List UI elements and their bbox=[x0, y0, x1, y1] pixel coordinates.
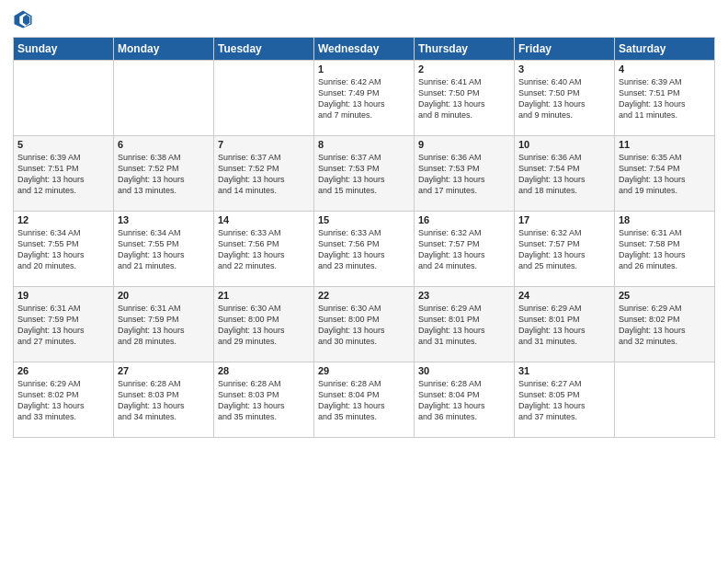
day-header-thursday: Thursday bbox=[415, 38, 515, 61]
cell-info: Sunrise: 6:31 AM Sunset: 7:59 PM Dayligh… bbox=[118, 303, 210, 348]
calendar-cell bbox=[14, 61, 114, 136]
cell-info: Sunrise: 6:32 AM Sunset: 7:57 PM Dayligh… bbox=[518, 227, 610, 272]
calendar-cell: 23Sunrise: 6:29 AM Sunset: 8:01 PM Dayli… bbox=[415, 287, 515, 362]
cell-date: 24 bbox=[518, 290, 610, 301]
calendar-cell: 10Sunrise: 6:36 AM Sunset: 7:54 PM Dayli… bbox=[515, 136, 615, 212]
cell-info: Sunrise: 6:32 AM Sunset: 7:57 PM Dayligh… bbox=[418, 227, 510, 272]
cell-date: 16 bbox=[418, 214, 510, 225]
calendar-cell: 25Sunrise: 6:29 AM Sunset: 8:02 PM Dayli… bbox=[615, 287, 715, 362]
calendar-cell: 16Sunrise: 6:32 AM Sunset: 7:57 PM Dayli… bbox=[415, 212, 515, 287]
week-row-1: 1Sunrise: 6:42 AM Sunset: 7:49 PM Daylig… bbox=[14, 61, 715, 136]
cell-info: Sunrise: 6:29 AM Sunset: 8:02 PM Dayligh… bbox=[619, 303, 711, 348]
cell-info: Sunrise: 6:33 AM Sunset: 7:56 PM Dayligh… bbox=[318, 227, 410, 272]
cell-info: Sunrise: 6:28 AM Sunset: 8:03 PM Dayligh… bbox=[218, 378, 310, 423]
calendar-cell bbox=[214, 61, 314, 136]
calendar-cell: 22Sunrise: 6:30 AM Sunset: 8:00 PM Dayli… bbox=[314, 287, 415, 362]
cell-info: Sunrise: 6:42 AM Sunset: 7:49 PM Dayligh… bbox=[318, 76, 410, 121]
week-row-4: 19Sunrise: 6:31 AM Sunset: 7:59 PM Dayli… bbox=[14, 287, 715, 362]
calendar-cell: 31Sunrise: 6:27 AM Sunset: 8:05 PM Dayli… bbox=[515, 362, 615, 438]
logo-icon bbox=[13, 9, 33, 29]
calendar-cell bbox=[615, 362, 715, 438]
cell-date: 14 bbox=[218, 214, 310, 225]
day-header-friday: Friday bbox=[515, 38, 615, 61]
logo bbox=[13, 9, 35, 29]
calendar-cell: 9Sunrise: 6:36 AM Sunset: 7:53 PM Daylig… bbox=[415, 136, 515, 212]
cell-date: 8 bbox=[318, 139, 410, 150]
calendar-cell: 6Sunrise: 6:38 AM Sunset: 7:52 PM Daylig… bbox=[114, 136, 214, 212]
cell-date: 19 bbox=[17, 290, 109, 301]
week-row-5: 26Sunrise: 6:29 AM Sunset: 8:02 PM Dayli… bbox=[14, 362, 715, 438]
cell-info: Sunrise: 6:33 AM Sunset: 7:56 PM Dayligh… bbox=[218, 227, 310, 272]
calendar-cell: 14Sunrise: 6:33 AM Sunset: 7:56 PM Dayli… bbox=[214, 212, 314, 287]
cell-info: Sunrise: 6:36 AM Sunset: 7:54 PM Dayligh… bbox=[518, 152, 610, 197]
cell-date: 3 bbox=[518, 63, 610, 75]
cell-date: 17 bbox=[518, 214, 610, 225]
cell-info: Sunrise: 6:34 AM Sunset: 7:55 PM Dayligh… bbox=[118, 227, 210, 272]
cell-date: 31 bbox=[518, 365, 610, 376]
cell-info: Sunrise: 6:39 AM Sunset: 7:51 PM Dayligh… bbox=[619, 76, 711, 121]
calendar-cell: 18Sunrise: 6:31 AM Sunset: 7:58 PM Dayli… bbox=[615, 212, 715, 287]
calendar-cell: 15Sunrise: 6:33 AM Sunset: 7:56 PM Dayli… bbox=[314, 212, 415, 287]
calendar-cell: 19Sunrise: 6:31 AM Sunset: 7:59 PM Dayli… bbox=[14, 287, 114, 362]
calendar-cell: 21Sunrise: 6:30 AM Sunset: 8:00 PM Dayli… bbox=[214, 287, 314, 362]
day-header-monday: Monday bbox=[114, 38, 214, 61]
calendar-cell: 30Sunrise: 6:28 AM Sunset: 8:04 PM Dayli… bbox=[415, 362, 515, 438]
cell-date: 28 bbox=[218, 365, 310, 376]
cell-info: Sunrise: 6:41 AM Sunset: 7:50 PM Dayligh… bbox=[418, 76, 510, 121]
calendar-cell: 3Sunrise: 6:40 AM Sunset: 7:50 PM Daylig… bbox=[515, 61, 615, 136]
calendar-cell: 5Sunrise: 6:39 AM Sunset: 7:51 PM Daylig… bbox=[14, 136, 114, 212]
week-row-2: 5Sunrise: 6:39 AM Sunset: 7:51 PM Daylig… bbox=[14, 136, 715, 212]
calendar-cell: 17Sunrise: 6:32 AM Sunset: 7:57 PM Dayli… bbox=[515, 212, 615, 287]
cell-info: Sunrise: 6:29 AM Sunset: 8:01 PM Dayligh… bbox=[418, 303, 510, 348]
calendar-table: SundayMondayTuesdayWednesdayThursdayFrid… bbox=[13, 37, 715, 438]
cell-date: 21 bbox=[218, 290, 310, 301]
cell-date: 10 bbox=[518, 139, 610, 150]
cell-info: Sunrise: 6:30 AM Sunset: 8:00 PM Dayligh… bbox=[218, 303, 310, 348]
cell-info: Sunrise: 6:34 AM Sunset: 7:55 PM Dayligh… bbox=[17, 227, 109, 272]
cell-info: Sunrise: 6:37 AM Sunset: 7:52 PM Dayligh… bbox=[218, 152, 310, 197]
calendar-header: SundayMondayTuesdayWednesdayThursdayFrid… bbox=[14, 38, 715, 61]
calendar-cell: 27Sunrise: 6:28 AM Sunset: 8:03 PM Dayli… bbox=[114, 362, 214, 438]
cell-info: Sunrise: 6:31 AM Sunset: 7:59 PM Dayligh… bbox=[17, 303, 109, 348]
calendar-cell: 8Sunrise: 6:37 AM Sunset: 7:53 PM Daylig… bbox=[314, 136, 415, 212]
cell-info: Sunrise: 6:28 AM Sunset: 8:04 PM Dayligh… bbox=[418, 378, 510, 423]
day-header-saturday: Saturday bbox=[615, 38, 715, 61]
cell-date: 15 bbox=[318, 214, 410, 225]
cell-date: 18 bbox=[619, 214, 711, 225]
cell-info: Sunrise: 6:37 AM Sunset: 7:53 PM Dayligh… bbox=[318, 152, 410, 197]
day-header-wednesday: Wednesday bbox=[314, 38, 415, 61]
calendar-cell: 7Sunrise: 6:37 AM Sunset: 7:52 PM Daylig… bbox=[214, 136, 314, 212]
cell-date: 6 bbox=[118, 139, 210, 150]
cell-date: 2 bbox=[418, 63, 510, 75]
cell-date: 23 bbox=[418, 290, 510, 301]
cell-info: Sunrise: 6:29 AM Sunset: 8:01 PM Dayligh… bbox=[518, 303, 610, 348]
cell-info: Sunrise: 6:35 AM Sunset: 7:54 PM Dayligh… bbox=[619, 152, 711, 197]
calendar-cell: 1Sunrise: 6:42 AM Sunset: 7:49 PM Daylig… bbox=[314, 61, 415, 136]
cell-date: 20 bbox=[118, 290, 210, 301]
cell-date: 22 bbox=[318, 290, 410, 301]
cell-info: Sunrise: 6:39 AM Sunset: 7:51 PM Dayligh… bbox=[17, 152, 109, 197]
calendar-cell bbox=[114, 61, 214, 136]
cell-date: 4 bbox=[619, 63, 711, 75]
cell-info: Sunrise: 6:30 AM Sunset: 8:00 PM Dayligh… bbox=[318, 303, 410, 348]
cell-info: Sunrise: 6:36 AM Sunset: 7:53 PM Dayligh… bbox=[418, 152, 510, 197]
header-row: SundayMondayTuesdayWednesdayThursdayFrid… bbox=[14, 38, 715, 61]
cell-date: 1 bbox=[318, 63, 410, 75]
cell-date: 13 bbox=[118, 214, 210, 225]
cell-date: 12 bbox=[17, 214, 109, 225]
cell-date: 26 bbox=[17, 365, 109, 376]
calendar-cell: 11Sunrise: 6:35 AM Sunset: 7:54 PM Dayli… bbox=[615, 136, 715, 212]
cell-date: 9 bbox=[418, 139, 510, 150]
calendar-body: 1Sunrise: 6:42 AM Sunset: 7:49 PM Daylig… bbox=[14, 61, 715, 438]
cell-date: 5 bbox=[17, 139, 109, 150]
calendar-cell: 29Sunrise: 6:28 AM Sunset: 8:04 PM Dayli… bbox=[314, 362, 415, 438]
calendar-cell: 4Sunrise: 6:39 AM Sunset: 7:51 PM Daylig… bbox=[615, 61, 715, 136]
cell-info: Sunrise: 6:31 AM Sunset: 7:58 PM Dayligh… bbox=[619, 227, 711, 272]
calendar-cell: 12Sunrise: 6:34 AM Sunset: 7:55 PM Dayli… bbox=[14, 212, 114, 287]
calendar-cell: 28Sunrise: 6:28 AM Sunset: 8:03 PM Dayli… bbox=[214, 362, 314, 438]
cell-info: Sunrise: 6:28 AM Sunset: 8:03 PM Dayligh… bbox=[118, 378, 210, 423]
cell-info: Sunrise: 6:28 AM Sunset: 8:04 PM Dayligh… bbox=[318, 378, 410, 423]
cell-date: 29 bbox=[318, 365, 410, 376]
cell-date: 27 bbox=[118, 365, 210, 376]
cell-date: 30 bbox=[418, 365, 510, 376]
